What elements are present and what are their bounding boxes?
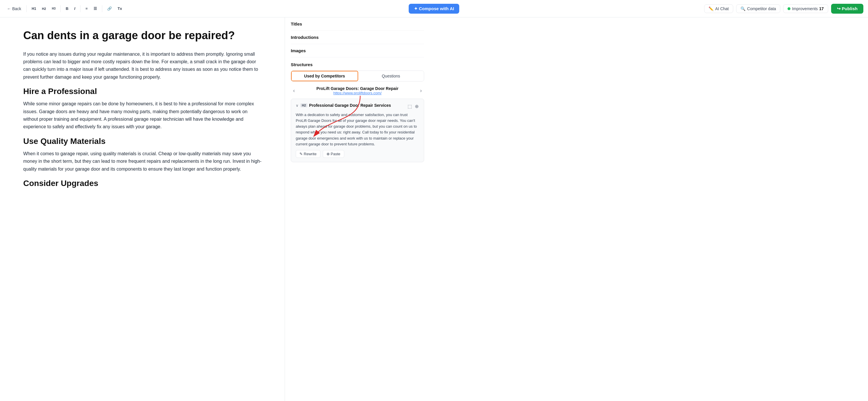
expand-icon[interactable]: ∨	[296, 103, 299, 108]
structure-heading-text: Professional Garage Door Repair Services	[309, 103, 391, 108]
main-layout: Can dents in a garage door be repaired? …	[0, 18, 868, 401]
card-actions: ⬚ ⊕	[407, 103, 419, 110]
heading-use-quality-materials: Use Quality Materials	[23, 137, 261, 146]
paste-button[interactable]: ⊕ Paste	[323, 150, 344, 158]
card-footer: ✎ Rewrite ⊕ Paste	[296, 150, 419, 158]
toolbar-right: ✏️ AI Chat 🔍 Competitor data Improvement…	[704, 4, 863, 14]
competitor-data-button[interactable]: 🔍 Competitor data	[736, 4, 781, 13]
divider-2	[60, 5, 61, 12]
rewrite-button[interactable]: ✎ Rewrite	[296, 150, 320, 158]
search-icon: 🔍	[741, 6, 745, 11]
compose-ai-button[interactable]: ✦ Compose with AI	[409, 4, 459, 14]
toolbar: ← Back H1 H2 H3 B I ≡ ☰ 🔗 Tx ✦ Compose w…	[0, 0, 868, 18]
format-link-button[interactable]: 🔗	[105, 5, 114, 12]
format-list-unordered-button[interactable]: ☰	[92, 5, 99, 12]
publish-button[interactable]: ↪ Publish	[831, 4, 863, 14]
format-clear-button[interactable]: Tx	[116, 5, 124, 12]
back-button[interactable]: ← Back	[5, 5, 24, 12]
toolbar-center: ✦ Compose with AI	[409, 4, 459, 14]
tab-questions[interactable]: Questions	[358, 71, 424, 81]
format-h3-button[interactable]: H3	[50, 6, 58, 11]
panel-collapse-button[interactable]: »	[285, 29, 285, 38]
paragraph-1: If you notice any issues during your reg…	[23, 51, 261, 81]
article-title: Can dents in a garage door be repaired?	[23, 29, 261, 42]
structure-card-header: ∨ H2 Professional Garage Door Repair Ser…	[296, 103, 419, 110]
panel-sections: Titles Introductions Images Structures U…	[285, 18, 430, 401]
divider-1	[26, 5, 27, 12]
structures-title: Structures	[291, 62, 424, 67]
section-titles[interactable]: Titles	[291, 18, 424, 31]
nav-prev-button[interactable]: ‹	[291, 87, 297, 95]
competitor-data-label: Competitor data	[747, 6, 776, 11]
editor-area: Can dents in a garage door be repaired? …	[0, 18, 285, 401]
heading-hire-professional: Hire a Professional	[23, 87, 261, 96]
heading-consider-upgrades: Consider Upgrades	[23, 179, 261, 188]
format-h1-button[interactable]: H1	[30, 5, 38, 12]
ai-chat-label: AI Chat	[715, 6, 729, 11]
improvements-dot-icon	[787, 7, 790, 10]
ai-chat-button[interactable]: ✏️ AI Chat	[704, 4, 733, 13]
format-list-ordered-button[interactable]: ≡	[83, 5, 90, 12]
improvements-count: 17	[819, 6, 824, 11]
divider-3	[80, 5, 81, 12]
editor-body[interactable]: If you notice any issues during your reg…	[23, 51, 261, 188]
format-italic-button[interactable]: I	[72, 5, 78, 12]
heading-tag: H2	[300, 103, 307, 107]
improvements-button[interactable]: Improvements 17	[783, 4, 828, 13]
structures-tab-group: Used by Competitors Questions	[291, 70, 424, 81]
right-panel: » Titles Introductions Images Structures…	[285, 18, 430, 401]
section-structures: Structures Used by Competitors Questions…	[291, 58, 424, 170]
competitor-url[interactable]: https://www.proliftdoors.com/	[297, 91, 418, 95]
paragraph-3: When it comes to garage repair, using qu…	[23, 150, 261, 173]
improvements-label: Improvements	[792, 6, 818, 11]
format-bold-button[interactable]: B	[64, 5, 70, 12]
nav-next-button[interactable]: ›	[418, 87, 424, 95]
pencil-icon: ✏️	[709, 6, 713, 11]
section-images[interactable]: Images	[291, 44, 424, 58]
structure-body-text: With a dedication to safety and customer…	[296, 112, 419, 147]
competitor-name: ProLift Garage Doors: Garage Door Repair	[297, 86, 418, 91]
format-h2-button[interactable]: H2	[40, 6, 48, 11]
competitor-nav: ‹ ProLift Garage Doors: Garage Door Repa…	[291, 86, 424, 95]
card-copy-button[interactable]: ⬚	[407, 103, 412, 110]
competitor-title-block: ProLift Garage Doors: Garage Door Repair…	[297, 86, 418, 95]
card-add-button[interactable]: ⊕	[414, 103, 419, 110]
section-introductions[interactable]: Introductions	[291, 31, 424, 44]
toolbar-left: ← Back H1 H2 H3 B I ≡ ☰ 🔗 Tx	[5, 5, 124, 12]
structure-card: ∨ H2 Professional Garage Door Repair Ser…	[291, 99, 424, 162]
tab-used-by-competitors[interactable]: Used by Competitors	[291, 71, 358, 81]
structure-card-title: ∨ H2 Professional Garage Door Repair Ser…	[296, 103, 391, 108]
paragraph-2: While some minor garage repairs can be d…	[23, 100, 261, 131]
